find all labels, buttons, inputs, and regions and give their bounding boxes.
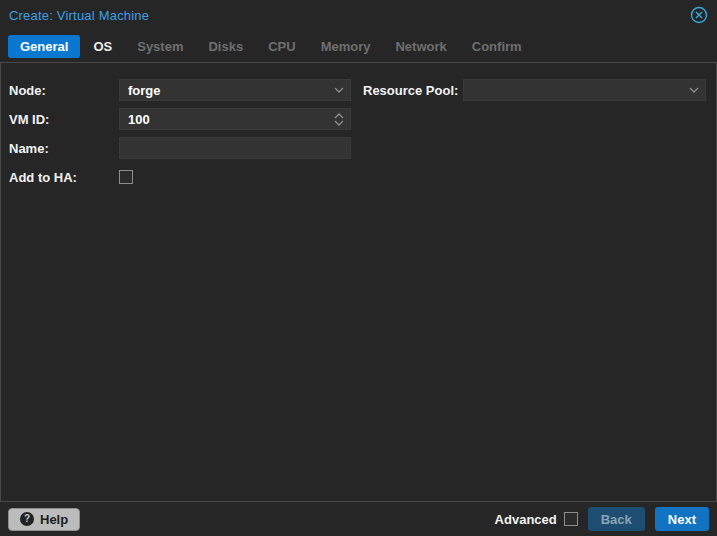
footer-toolbar: ? Help Advanced Back Next xyxy=(0,502,717,536)
tab-memory: Memory xyxy=(309,35,383,58)
name-row: Name: xyxy=(9,137,351,159)
tab-confirm: Confirm xyxy=(460,35,534,58)
close-icon[interactable] xyxy=(690,6,708,24)
help-icon: ? xyxy=(20,512,34,526)
ha-label: Add to HA: xyxy=(9,170,119,185)
vmid-row: VM ID: xyxy=(9,108,351,130)
spinner-arrows[interactable] xyxy=(328,109,350,129)
vmid-spinner[interactable] xyxy=(119,108,351,130)
help-button-label: Help xyxy=(40,512,68,527)
pool-label: Resource Pool: xyxy=(363,83,463,98)
general-form: Node: VM ID: xyxy=(1,63,716,195)
node-row: Node: xyxy=(9,79,351,101)
advanced-checkbox[interactable] xyxy=(564,512,578,526)
spinner-up-icon xyxy=(334,113,344,119)
tab-general[interactable]: General xyxy=(8,35,80,58)
vmid-label: VM ID: xyxy=(9,112,119,127)
help-button[interactable]: ? Help xyxy=(8,508,80,531)
pool-select-input[interactable] xyxy=(464,80,683,100)
tab-disks: Disks xyxy=(196,35,255,58)
chevron-down-icon[interactable] xyxy=(328,80,350,100)
tab-network: Network xyxy=(383,35,458,58)
tabbar: General OS System Disks CPU Memory Netwo… xyxy=(0,30,717,62)
spinner-down-icon xyxy=(334,120,344,126)
chevron-down-icon[interactable] xyxy=(683,80,705,100)
pool-row: Resource Pool: xyxy=(363,79,706,101)
next-button[interactable]: Next xyxy=(655,507,709,531)
tab-cpu: CPU xyxy=(256,35,307,58)
ha-row: Add to HA: xyxy=(9,166,351,188)
page-title: Create: Virtual Machine xyxy=(9,8,149,23)
back-button[interactable]: Back xyxy=(588,507,645,531)
ha-checkbox[interactable] xyxy=(119,170,133,184)
node-label: Node: xyxy=(9,83,119,98)
form-right-column: Resource Pool: xyxy=(363,79,706,195)
create-vm-dialog: Create: Virtual Machine General OS Syste… xyxy=(0,0,717,536)
titlebar: Create: Virtual Machine xyxy=(0,0,717,30)
name-field[interactable] xyxy=(119,137,351,159)
node-select[interactable] xyxy=(119,79,351,101)
pool-select[interactable] xyxy=(463,79,706,101)
name-input[interactable] xyxy=(120,138,350,158)
vmid-input[interactable] xyxy=(120,109,328,129)
form-left-column: Node: VM ID: xyxy=(9,79,351,195)
node-select-input[interactable] xyxy=(120,80,328,100)
tab-os[interactable]: OS xyxy=(81,35,124,58)
advanced-label: Advanced xyxy=(495,512,557,527)
tab-system: System xyxy=(125,35,195,58)
advanced-toggle: Advanced xyxy=(495,512,578,527)
general-panel: Node: VM ID: xyxy=(0,62,717,502)
name-label: Name: xyxy=(9,141,119,156)
